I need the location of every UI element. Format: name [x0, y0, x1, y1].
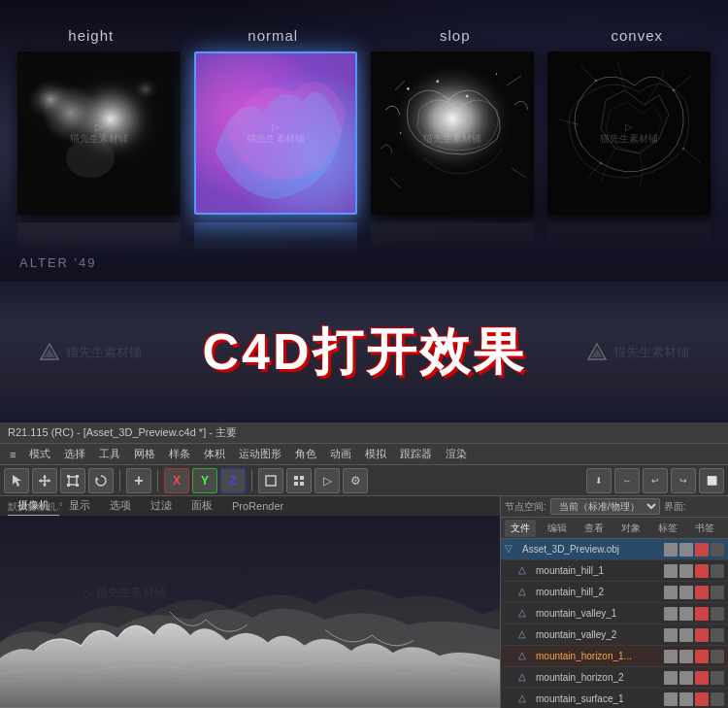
- tool-grid[interactable]: [286, 468, 312, 493]
- viewport-tabs: 摄像机 显示 选项 过滤 面板 ProRender: [0, 496, 500, 518]
- obj-lock-btn[interactable]: [711, 692, 724, 706]
- obj-render-btn[interactable]: [679, 692, 693, 706]
- tool-rotate[interactable]: [88, 468, 114, 493]
- list-item[interactable]: △ mountain_horizon_2: [501, 667, 728, 689]
- tab-filter[interactable]: 过滤: [141, 496, 182, 517]
- tool-add[interactable]: +: [126, 468, 151, 493]
- menu-character[interactable]: 角色: [289, 445, 322, 463]
- list-item[interactable]: ▽ Asset_3D_Preview.obj: [501, 539, 728, 560]
- svg-rect-9: [371, 51, 534, 215]
- obj-vis-btn[interactable]: [664, 543, 678, 556]
- obj-controls: [664, 564, 724, 578]
- tool-y-axis[interactable]: Y: [192, 468, 217, 493]
- menu-mograph[interactable]: 运动图形: [233, 445, 287, 463]
- obj-lock-btn[interactable]: [711, 650, 724, 663]
- obj-color-btn[interactable]: [695, 543, 709, 556]
- tool-scale[interactable]: [60, 468, 85, 493]
- tool-x-axis[interactable]: X: [164, 468, 189, 493]
- svg-point-10: [389, 66, 515, 183]
- viewport-watermark: ▷ 猫先生素材铺: [83, 585, 166, 601]
- obj-color-btn[interactable]: [695, 692, 709, 706]
- convex-label: convex: [554, 27, 719, 44]
- obj-render-btn[interactable]: [679, 543, 693, 556]
- tool-r5[interactable]: ⬜: [699, 468, 724, 493]
- obj-render-btn[interactable]: [679, 628, 693, 642]
- menu-tracker[interactable]: 跟踪器: [394, 445, 438, 463]
- obj-lock-btn[interactable]: [711, 586, 724, 599]
- obj-vis-btn[interactable]: [664, 564, 678, 578]
- rtab-edit[interactable]: 编辑: [542, 520, 573, 537]
- obj-color-btn[interactable]: [695, 671, 709, 685]
- obj-vis-btn[interactable]: [664, 607, 678, 621]
- svg-rect-46: [300, 482, 304, 486]
- title-bar-text: R21.115 (RC) - [Asset_3D_Preview.c4d *] …: [8, 425, 237, 440]
- obj-lock-btn[interactable]: [711, 671, 724, 685]
- rtab-file[interactable]: 文件: [505, 520, 536, 537]
- obj-render-btn[interactable]: [679, 586, 693, 599]
- middle-watermark-left: 猫先生素材铺: [66, 344, 142, 361]
- list-item[interactable]: △ mountain_hill_1: [501, 560, 728, 582]
- menu-volume[interactable]: 体积: [198, 445, 231, 463]
- list-item[interactable]: △ mountain_valley_2: [501, 624, 728, 646]
- obj-lock-btn[interactable]: [711, 628, 724, 642]
- menu-tools[interactable]: 工具: [93, 445, 126, 463]
- obj-color-btn[interactable]: [695, 628, 709, 642]
- svg-rect-45: [294, 482, 298, 486]
- tool-z-axis[interactable]: Z: [220, 468, 246, 493]
- svg-line-14: [390, 178, 400, 187]
- obj-lock-btn[interactable]: [711, 607, 724, 621]
- obj-lock-btn[interactable]: [711, 543, 724, 556]
- menu-hamburger[interactable]: ≡: [4, 447, 21, 462]
- tab-panel[interactable]: 面板: [182, 496, 222, 517]
- obj-color-btn[interactable]: [695, 564, 709, 578]
- tab-options[interactable]: 选项: [100, 496, 141, 517]
- obj-vis-btn[interactable]: [664, 650, 678, 663]
- list-item[interactable]: △ mountain_surface_1: [501, 689, 728, 708]
- obj-lock-btn[interactable]: [711, 564, 724, 578]
- rtab-bookmark[interactable]: 书签: [689, 520, 720, 537]
- svg-rect-37: [67, 475, 70, 478]
- list-item[interactable]: △ mountain_horizon_1...: [501, 646, 728, 667]
- rtab-tag[interactable]: 标签: [652, 520, 683, 537]
- obj-type-icon: △: [518, 564, 532, 578]
- tab-prorender[interactable]: ProRender: [222, 498, 293, 516]
- menu-render[interactable]: 渲染: [440, 445, 473, 463]
- rtab-view[interactable]: 查看: [579, 520, 610, 537]
- obj-render-btn[interactable]: [679, 564, 693, 578]
- tool-r4[interactable]: ↪: [671, 468, 696, 493]
- list-item[interactable]: △ mountain_hill_2: [501, 582, 728, 603]
- svg-marker-35: [48, 479, 50, 483]
- obj-color-btn[interactable]: [695, 586, 709, 599]
- node-space-label: 节点空间:: [505, 500, 546, 514]
- menu-mode[interactable]: 模式: [23, 445, 56, 463]
- obj-render-btn[interactable]: [679, 650, 693, 663]
- node-space-dropdown[interactable]: 当前（标准/物理）: [550, 498, 660, 515]
- tool-r1[interactable]: ⬇: [586, 468, 612, 493]
- tool-box[interactable]: [258, 468, 283, 493]
- svg-line-13: [512, 168, 526, 178]
- obj-vis-btn[interactable]: [664, 628, 678, 642]
- menu-mesh[interactable]: 网格: [128, 445, 161, 463]
- obj-color-btn[interactable]: [695, 650, 709, 663]
- obj-name: mountain_hill_1: [536, 565, 660, 576]
- tool-r3[interactable]: ↩: [643, 468, 668, 493]
- menu-simulate[interactable]: 模拟: [359, 445, 392, 463]
- tool-move[interactable]: [32, 468, 57, 493]
- rtab-object[interactable]: 对象: [615, 520, 646, 537]
- tool-settings[interactable]: ⚙: [343, 468, 368, 493]
- obj-vis-btn[interactable]: [664, 671, 678, 685]
- obj-render-btn[interactable]: [679, 671, 693, 685]
- menu-animation[interactable]: 动画: [324, 445, 357, 463]
- obj-vis-btn[interactable]: [664, 692, 678, 706]
- list-item[interactable]: △ mountain_valley_1: [501, 603, 728, 624]
- menu-select[interactable]: 选择: [58, 445, 91, 463]
- menu-spline[interactable]: 样条: [163, 445, 196, 463]
- tool-play[interactable]: ▷: [314, 468, 340, 493]
- obj-render-btn[interactable]: [679, 607, 693, 621]
- obj-controls: [664, 671, 724, 685]
- obj-vis-btn[interactable]: [664, 586, 678, 599]
- tool-r2[interactable]: ↔: [614, 468, 640, 493]
- obj-color-btn[interactable]: [695, 607, 709, 621]
- tool-cursor[interactable]: [4, 468, 29, 493]
- reflection-area: [0, 222, 728, 256]
